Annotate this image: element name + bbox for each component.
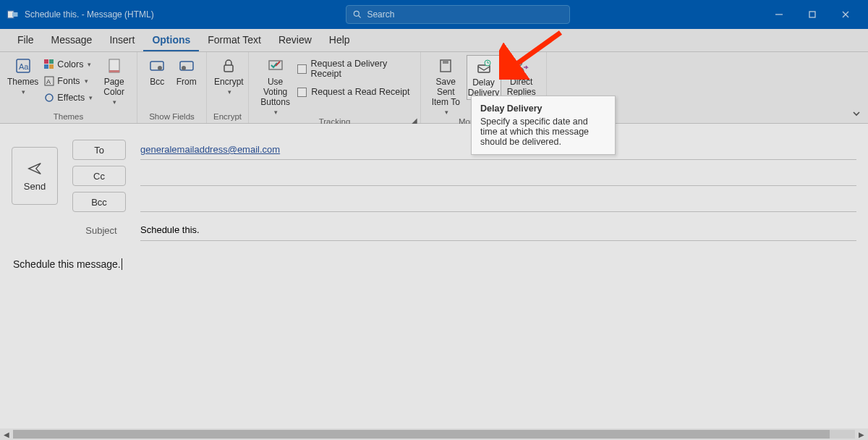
cc-button[interactable]: Cc — [72, 166, 126, 186]
palette-icon — [44, 59, 54, 69]
colors-button[interactable]: Colors▾ — [41, 56, 95, 72]
themes-button[interactable]: Aa Themes ▾ — [6, 55, 40, 97]
svg-point-17 — [46, 94, 53, 101]
delay-delivery-button[interactable]: Delay Delivery — [467, 55, 501, 100]
svg-rect-13 — [44, 64, 48, 69]
recipient-chip[interactable]: generalemailaddress@email.com — [140, 144, 280, 155]
compose-pane: Send To generalemailaddress@email.com Cc… — [0, 124, 868, 428]
svg-text:Aa: Aa — [19, 62, 29, 71]
window-title: Schedule this. - Message (HTML) — [25, 9, 154, 20]
group-encrypt: Encrypt ▾ Encrypt — [207, 52, 249, 123]
maximize-button[interactable] — [796, 0, 829, 29]
search-placeholder: Search — [367, 9, 394, 20]
group-label-themes: Themes — [6, 110, 131, 123]
svg-rect-29 — [478, 65, 490, 72]
group-label-encrypt: Encrypt — [213, 110, 242, 123]
svg-point-21 — [158, 66, 162, 70]
svg-rect-14 — [49, 64, 54, 69]
svg-rect-2 — [12, 12, 18, 17]
fonts-button[interactable]: A Fonts▾ — [41, 73, 95, 89]
close-button[interactable] — [829, 0, 862, 29]
minimize-button[interactable] — [762, 0, 796, 29]
subject-field[interactable]: Schedule this. — [140, 219, 856, 241]
voting-buttons-button[interactable]: Use Voting Buttons ▾ — [255, 55, 296, 117]
bcc-button[interactable]: Bcc — [143, 55, 171, 88]
svg-rect-12 — [49, 59, 54, 64]
tab-review[interactable]: Review — [270, 30, 320, 51]
tab-options[interactable]: Options — [143, 30, 199, 51]
to-button[interactable]: To — [72, 140, 126, 160]
from-button[interactable]: From — [173, 55, 201, 88]
direct-replies-icon — [513, 56, 530, 75]
group-themes: Aa Themes ▾ Colors▾ A Fonts▾ Effects▾ — [0, 52, 137, 123]
group-show-fields: Bcc From Show Fields — [137, 52, 207, 123]
themes-icon: Aa — [14, 56, 32, 75]
voting-icon — [267, 56, 284, 75]
bcc-button[interactable]: Bcc — [72, 192, 126, 212]
save-icon — [437, 56, 454, 75]
from-icon — [178, 56, 195, 75]
delivery-receipt-checkbox[interactable]: Request a Delivery Receipt — [297, 61, 414, 77]
group-more-options: Save Sent Item To ▾ Delay Delivery Direc… — [421, 52, 547, 123]
svg-point-23 — [182, 66, 186, 70]
delay-delivery-icon — [475, 57, 493, 76]
tab-file[interactable]: File — [9, 30, 43, 51]
svg-rect-11 — [44, 59, 48, 64]
chevron-down-icon: ▾ — [22, 88, 25, 96]
group-label-show-fields: Show Fields — [143, 110, 200, 123]
send-button[interactable]: Send — [12, 147, 58, 205]
svg-point-3 — [354, 11, 359, 16]
checkbox-icon — [297, 64, 306, 74]
send-icon — [27, 161, 43, 177]
group-tracking: Use Voting Buttons ▾ Request a Delivery … — [249, 52, 421, 123]
svg-point-33 — [516, 61, 522, 66]
collapse-ribbon-button[interactable] — [852, 109, 861, 120]
page-color-icon — [106, 56, 123, 75]
horizontal-scrollbar[interactable]: ◀ ▶ — [0, 428, 868, 440]
fonts-icon: A — [44, 76, 54, 86]
to-field[interactable]: generalemailaddress@email.com — [140, 140, 856, 160]
window-controls — [762, 0, 862, 29]
svg-rect-19 — [109, 70, 119, 72]
effects-button[interactable]: Effects▾ — [41, 90, 95, 106]
tab-help[interactable]: Help — [320, 30, 359, 51]
app-icon — [6, 8, 19, 21]
bcc-icon — [148, 56, 166, 75]
search-input[interactable]: Search — [346, 5, 570, 24]
svg-rect-6 — [809, 12, 815, 17]
save-sent-item-button[interactable]: Save Sent Item To ▾ — [427, 55, 465, 117]
encrypt-button[interactable]: Encrypt ▾ — [213, 55, 245, 97]
ribbon: Aa Themes ▾ Colors▾ A Fonts▾ Effects▾ — [0, 52, 868, 124]
cc-field[interactable] — [140, 166, 856, 186]
page-color-button[interactable]: Page Color ▾ — [97, 55, 131, 107]
scroll-right-icon[interactable]: ▶ — [856, 429, 867, 439]
svg-text:A: A — [46, 78, 51, 85]
svg-rect-24 — [224, 65, 233, 72]
bcc-field[interactable] — [140, 192, 856, 212]
scroll-left-icon[interactable]: ◀ — [1, 429, 12, 439]
svg-line-4 — [359, 16, 361, 18]
lock-icon — [220, 56, 237, 75]
svg-rect-28 — [443, 60, 448, 64]
checkbox-icon — [297, 88, 307, 97]
subject-label: Subject — [72, 225, 130, 236]
read-receipt-checkbox[interactable]: Request a Read Receipt — [297, 84, 414, 100]
title-bar: Schedule this. - Message (HTML) Search — [0, 0, 868, 29]
tab-message[interactable]: Message — [43, 30, 101, 51]
direct-replies-button[interactable]: Direct Replies To — [503, 55, 541, 109]
message-body[interactable]: Schedule this message. — [12, 258, 856, 270]
tab-insert[interactable]: Insert — [101, 30, 143, 51]
ribbon-tabs: File Message Insert Options Format Text … — [0, 29, 868, 52]
effects-icon — [44, 93, 54, 103]
search-icon — [352, 9, 362, 20]
tab-format-text[interactable]: Format Text — [199, 30, 270, 51]
